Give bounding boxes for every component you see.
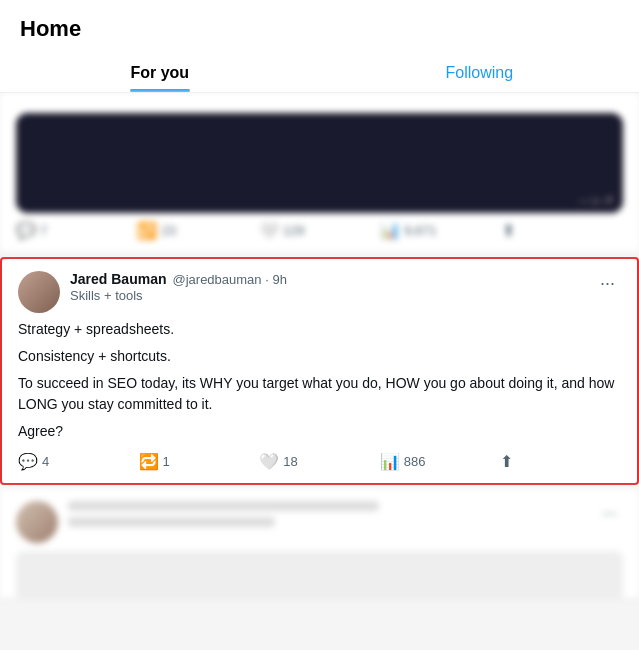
header: Home xyxy=(0,0,639,50)
tweet-actions-highlighted: 💬 4 🔁 1 🤍 18 📊 886 ⬆ xyxy=(18,452,621,471)
more-button[interactable]: ··· xyxy=(594,271,621,296)
tweet-line-3: To succeed in SEO today, its WHY you tar… xyxy=(18,373,621,415)
tweet-media: ▶ Listen — ▷ ↺ xyxy=(16,113,623,213)
partial-lines xyxy=(68,501,586,533)
more-button-3[interactable]: ··· xyxy=(596,501,623,526)
share-action-2[interactable]: ⬆ xyxy=(500,452,621,471)
feed: ▶ Listen — ▷ ↺ 💬 7 🔁 23 🤍 129 📊 xyxy=(0,93,639,599)
tweet-card-first: ▶ Listen — ▷ ↺ 💬 7 🔁 23 🤍 129 📊 xyxy=(0,93,639,253)
views-icon-2: 📊 xyxy=(380,452,400,471)
page-title: Home xyxy=(20,16,619,42)
comment-icon-2: 💬 xyxy=(18,452,38,471)
author-handle: @jaredbauman · 9h xyxy=(172,272,286,287)
tweet-header: Jared Bauman @jaredbauman · 9h Skills + … xyxy=(18,271,621,313)
tweet-line-2: Consistency + shortcuts. xyxy=(18,346,621,367)
tweet-line-4: Agree? xyxy=(18,421,621,442)
media-time: — ▷ ↺ xyxy=(579,194,613,207)
retweet-icon: 🔁 xyxy=(137,221,157,240)
partial-line-2 xyxy=(68,517,275,527)
tweet-card-third: ··· xyxy=(0,489,639,599)
author-line: Jared Bauman @jaredbauman · 9h xyxy=(70,271,584,287)
comment-icon: 💬 xyxy=(16,221,36,240)
partial-avatar xyxy=(16,501,58,543)
comment-action[interactable]: 💬 7 xyxy=(16,221,137,240)
like-action-2[interactable]: 🤍 18 xyxy=(259,452,380,471)
like-action[interactable]: 🤍 129 xyxy=(259,221,380,240)
partial-header: ··· xyxy=(16,501,623,543)
retweet-action-2[interactable]: 🔁 1 xyxy=(139,452,260,471)
like-icon: 🤍 xyxy=(259,221,279,240)
tweet-meta: Jared Bauman @jaredbauman · 9h Skills + … xyxy=(70,271,584,303)
views-action[interactable]: 📊 9,671 xyxy=(380,221,501,240)
tweet-subtitle: Skills + tools xyxy=(70,288,584,303)
share-icon: ⬆ xyxy=(502,221,515,240)
tweet-line-1: Strategy + spreadsheets. xyxy=(18,319,621,340)
tweet-actions-first: 💬 7 🔁 23 🤍 129 📊 9,671 ⬆ xyxy=(16,221,623,240)
page-wrapper: Home For you Following ▶ Listen — ▷ ↺ xyxy=(0,0,639,599)
views-action-2[interactable]: 📊 886 xyxy=(380,452,501,471)
author-name: Jared Bauman xyxy=(70,271,166,287)
tab-for-you[interactable]: For you xyxy=(0,50,320,92)
avatar xyxy=(18,271,60,313)
views-icon: 📊 xyxy=(380,221,400,240)
share-icon-2: ⬆ xyxy=(500,452,513,471)
tweet-card-highlighted: Jared Bauman @jaredbauman · 9h Skills + … xyxy=(0,257,639,485)
tab-following[interactable]: Following xyxy=(320,50,640,92)
tweet-body: Strategy + spreadsheets. Consistency + s… xyxy=(18,319,621,442)
retweet-icon-2: 🔁 xyxy=(139,452,159,471)
like-icon-2: 🤍 xyxy=(259,452,279,471)
partial-content xyxy=(16,551,623,599)
retweet-action[interactable]: 🔁 23 xyxy=(137,221,258,240)
tabs-bar: For you Following xyxy=(0,50,639,93)
share-action[interactable]: ⬆ xyxy=(502,221,623,240)
comment-action-2[interactable]: 💬 4 xyxy=(18,452,139,471)
partial-line-1 xyxy=(68,501,379,511)
